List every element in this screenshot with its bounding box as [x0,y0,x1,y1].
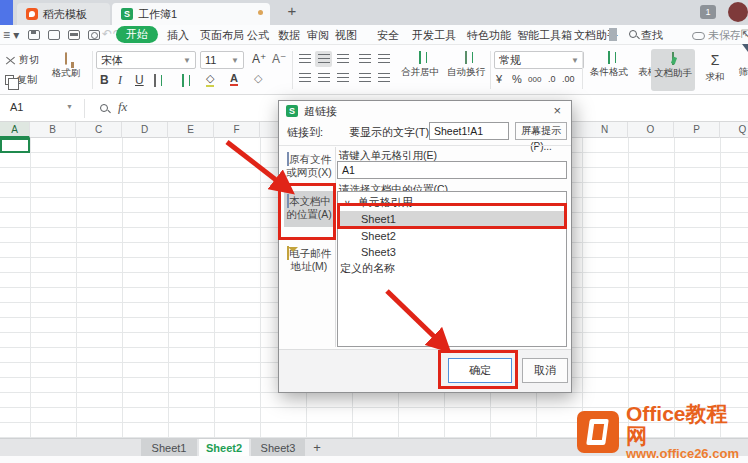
save-icon[interactable] [28,30,40,40]
font-color-button[interactable]: A [230,72,238,86]
category-existing-file[interactable]: 原有文件 或网页(X) [284,151,334,179]
align-middle-button[interactable] [315,51,332,67]
align-right-button[interactable] [334,70,351,86]
print-preview-icon[interactable] [88,30,100,40]
copy-button[interactable]: 复制 [5,73,37,87]
increase-indent-button[interactable] [375,51,392,67]
tab-smart-toolbox[interactable]: 智能工具箱 [517,28,572,43]
tree-node-defined-names[interactable]: 定义的名称 [338,260,566,276]
share-icon[interactable]: ⇱ [741,28,748,41]
fill-color-button[interactable]: ◇ [206,72,214,87]
percent-button[interactable]: % [512,73,522,85]
cancel-button[interactable]: 取消 [522,358,568,383]
print-icon[interactable] [68,30,80,40]
screen-tip-button[interactable]: 屏幕提示(P)... [515,122,567,140]
decrease-indent-button[interactable] [356,51,373,67]
tab-view[interactable]: 视图 [335,28,357,43]
user-avatar[interactable] [728,2,748,22]
column-header-d[interactable]: D [122,122,168,138]
name-box[interactable]: A1 [10,101,23,113]
chevron-down-icon[interactable]: ▼ [66,103,73,110]
cell-reference-input[interactable]: A1 [337,161,567,179]
currency-button[interactable]: ¥ [496,73,502,85]
tree-node-sheet3[interactable]: Sheet3 [338,244,566,260]
dialog-title-bar[interactable]: S 超链接 [279,101,571,121]
italic-button[interactable]: I [118,73,122,88]
undo-icon[interactable]: ↶ [102,27,112,41]
column-header-g[interactable]: G [260,122,278,138]
email-icon [287,246,289,260]
doc-assistant-button[interactable]: 文档助手 [651,49,695,91]
sheet-tab-sheet1[interactable]: Sheet1 [141,439,197,457]
column-header-e[interactable]: E [168,122,214,138]
tab-data[interactable]: 数据 [278,28,300,43]
distributed-icon [378,73,390,83]
number-format-combo[interactable]: 常规 ▼ [494,51,584,69]
zoom-formula-icon[interactable] [100,104,108,112]
align-left-button[interactable] [296,70,313,86]
tab-special-features[interactable]: 特色功能 [467,28,511,43]
tab-home[interactable]: 开始 [116,26,158,43]
align-top-button[interactable] [296,51,313,67]
column-header-p[interactable]: P [674,122,720,138]
watermark-title: Office教程网 [626,403,748,447]
align-bottom-button[interactable] [334,51,351,67]
grow-font-button[interactable]: A⁺ [252,52,266,66]
selected-cell-a1[interactable] [0,138,30,153]
search-icon[interactable] [629,30,637,38]
tab-developer[interactable]: 开发工具 [412,28,456,43]
shading-button[interactable] [182,74,184,87]
distributed-button[interactable] [375,70,392,86]
display-text-input[interactable]: Sheet1!A1 [429,122,509,140]
wps-logo[interactable] [0,0,13,25]
fx-icon[interactable]: fx [118,99,127,115]
font-size-combo[interactable]: 11 ▼ [200,51,244,69]
filter-button[interactable]: 筛选 [733,52,748,79]
column-header-o[interactable]: O [628,122,674,138]
tab-formulas[interactable]: 公式 [247,28,269,43]
hamburger-menu-icon[interactable]: ≡ ▾ [3,28,19,42]
decrease-decimal-button[interactable]: .00 [562,74,575,84]
justify-button[interactable] [356,70,373,86]
column-header-n[interactable]: N [582,122,628,138]
close-icon[interactable]: × [553,103,561,118]
font-name-combo[interactable]: 宋体 ▼ [96,51,196,69]
align-center-button[interactable] [315,70,332,86]
sheet-tab-sheet2[interactable]: Sheet2 [199,439,249,457]
conditional-format-button[interactable]: 条件格式 [586,52,632,79]
format-painter-button[interactable]: 格式刷 [44,53,88,80]
tab-insert[interactable]: 插入 [167,28,189,43]
new-tab-button[interactable]: + [283,2,301,19]
watermark: Office教程网 www.office26.com [577,403,748,461]
clear-format-button[interactable]: ◇ [254,72,262,85]
tab-review[interactable]: 审阅 [307,28,329,43]
wrap-text-button[interactable]: 自动换行 [446,52,486,79]
spreadsheet-icon: S [286,105,298,117]
column-header-a[interactable]: A [0,122,30,138]
funnel-icon [742,44,748,63]
search-label[interactable]: 查找 [641,28,663,43]
tab-page-layout[interactable]: 页面布局 [200,28,244,43]
underline-button[interactable]: U [135,73,144,87]
category-email-address[interactable]: 电子邮件 地址(M) [284,245,334,273]
notification-badge[interactable]: 1 [700,5,716,19]
borders-button[interactable] [154,74,156,87]
add-sheet-button[interactable]: + [308,439,326,457]
doc-tab-workbook1[interactable]: S 工作簿1 [112,3,270,25]
shrink-font-button[interactable]: A⁻ [272,52,286,66]
thousand-separator-button[interactable]: 000 [528,75,541,84]
increase-decimal-button[interactable]: .0 [548,74,556,84]
merge-center-button[interactable]: 合并居中 [398,52,442,79]
column-header-q[interactable]: Q [720,122,748,138]
sum-button[interactable]: Σ 求和 [700,52,730,84]
column-header-c[interactable]: C [76,122,122,138]
column-header-b[interactable]: B [30,122,76,138]
bold-button[interactable]: B [100,73,109,87]
doc-tab-docer[interactable]: 稻壳模板 [17,3,110,25]
cut-button[interactable]: 剪切 [5,53,39,67]
tab-security[interactable]: 安全 [377,28,399,43]
export-icon[interactable] [48,30,60,40]
sheet-tab-sheet3[interactable]: Sheet3 [251,439,305,457]
column-header-f[interactable]: F [214,122,260,138]
tree-node-sheet2[interactable]: Sheet2 [338,228,566,244]
